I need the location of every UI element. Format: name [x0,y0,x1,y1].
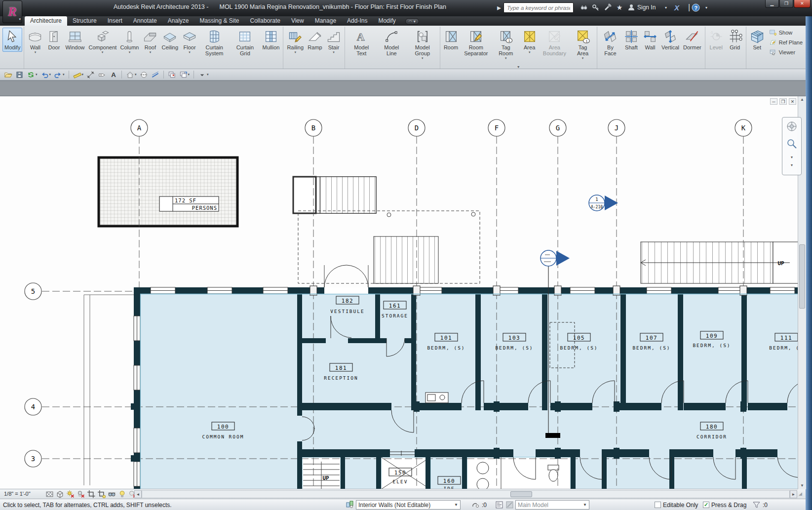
ribbon-button-room-separator[interactable]: Room Separator [461,28,492,58]
sign-in-chevron-icon[interactable]: ▾ [660,2,671,12]
application-menu-button[interactable]: R ▾ [2,0,22,23]
ribbon-button-mullion[interactable]: Mullion [261,28,282,52]
ribbon-button-room[interactable]: Room [442,28,461,52]
ribbon-button-area[interactable]: Area▾ [520,28,539,55]
qat-synchronize-button[interactable]: ▾ [26,70,39,79]
elevation-marker[interactable]: 1 A-210 [589,195,618,211]
chevron-down-icon[interactable]: ▾ [333,51,335,54]
qat-default-3d-view-button[interactable]: ▾ [125,70,138,79]
tab-collaborate[interactable]: Collaborate [245,16,286,26]
chevron-down-icon[interactable]: ▾ [49,73,51,77]
qat-measure-button[interactable]: ▾ [72,70,85,79]
ribbon-button-railing[interactable]: Railing▾ [285,28,306,55]
horizontal-scroll-thumb[interactable] [510,491,532,497]
tab-add-ins[interactable]: Add-Ins [342,16,373,26]
chevron-down-icon[interactable]: ▾ [189,51,191,54]
chevron-down-icon[interactable]: ▾ [422,57,424,60]
zoom-options-chevron-icon[interactable]: ▾ [791,155,793,159]
elevation-marker-empty[interactable] [541,250,570,266]
ribbon-button-modify[interactable]: Modify [2,28,22,52]
ribbon-button-viewer[interactable]: Viewer [768,47,804,57]
help-icon[interactable]: ? [690,2,701,12]
ribbon-button-window[interactable]: Window [63,28,86,52]
qat-section-button[interactable] [139,70,149,79]
qat-text-button[interactable]: A [108,70,118,79]
chevron-down-icon[interactable]: ▾ [529,51,531,54]
ribbon-button-set[interactable]: Set [748,28,767,52]
tab-architecture[interactable]: Architecture [25,16,67,26]
shadows-off-icon[interactable] [77,490,85,499]
minimize-button[interactable]: ▁ [765,0,779,8]
chevron-down-icon[interactable]: ▾ [102,51,104,54]
active-workset-select[interactable]: Interior Walls (Not Editable) ▼ [356,500,461,510]
qat-aligned-dimension-button[interactable] [85,70,96,79]
ribbon-button-ramp[interactable]: Ramp [306,28,324,52]
ribbon-button-floor[interactable]: Floor▾ [180,28,199,55]
floor-plan-first-floor-finish-plan[interactable]: 172 SF PERSONS [0,96,798,489]
qat-switch-windows-button[interactable]: ▾ [178,70,191,79]
panel-dropdown-icon[interactable]: ▼ [517,65,520,69]
chevron-down-icon[interactable]: ▾ [294,51,296,54]
ribbon-button-tag-area[interactable]: 1Tag Area▾ [570,28,595,61]
ribbon-button-model-group[interactable]: Model Group▾ [407,28,438,61]
worksets-icon[interactable] [346,500,354,510]
detail-level-icon[interactable] [45,490,54,499]
ribbon-button-wall-opening[interactable]: Wall [641,28,659,52]
subscription-key-icon[interactable] [590,2,601,12]
help-search[interactable] [503,2,574,13]
ribbon-button-curtain-system[interactable]: Curtain System [199,28,230,58]
scroll-up-icon[interactable]: ▲ [799,96,806,103]
active-design-option-select[interactable]: Main Model ▼ [515,500,589,510]
editing-requests[interactable]: :0 [471,499,487,510]
press-drag-checkbox[interactable]: ✓ [703,502,709,508]
ribbon-button-model-text[interactable]: AModel Text [347,28,377,58]
show-crop-region-icon[interactable] [97,490,106,499]
exchange-apps-icon[interactable]: X [671,2,682,12]
reveal-hidden-elements-icon[interactable] [118,490,127,499]
crop-view-icon[interactable] [87,490,96,499]
selection-filter[interactable]: :0 [752,499,768,510]
scroll-left-icon[interactable]: ◄ [134,490,142,498]
restore-button[interactable]: ❐ [779,0,793,8]
ribbon-button-stair[interactable]: Stair▾ [324,28,343,55]
qat-save-button[interactable] [14,70,25,79]
qat-open-button[interactable] [3,70,13,79]
canopy-roof-plan[interactable]: 172 SF PERSONS [99,157,237,226]
communication-center-icon[interactable] [602,2,613,12]
chevron-down-icon[interactable]: ▾ [207,73,209,77]
temporary-hide-isolate-icon[interactable] [108,490,116,499]
view-scale-button[interactable]: 1/8" = 1'-0" [4,491,31,497]
ribbon-display-toggle[interactable]: ◠▾ [405,18,419,25]
tab-annotate[interactable]: Annotate [128,16,162,26]
ribbon-button-dormer[interactable]: Dormer [681,28,703,52]
view-close-icon[interactable]: ✕ [789,98,796,105]
chevron-down-icon[interactable]: ▾ [135,73,137,77]
sign-in-label[interactable]: Sign In [637,4,656,11]
ribbon-button-vertical-opening[interactable]: Vertical [659,28,681,52]
qat-thin-lines-button[interactable] [150,70,160,79]
chevron-down-icon[interactable]: ▾ [505,57,507,60]
qat-undo-button[interactable]: ▾ [39,70,52,79]
ribbon-button-shaft[interactable]: Shaft [622,28,641,52]
scroll-down-icon[interactable]: ▼ [799,482,806,489]
drawing-area[interactable]: ─ ❐ ✕ ▾ ▾ [0,96,806,489]
favorites-star-icon[interactable]: ★ [614,2,625,12]
sun-path-off-icon[interactable] [66,490,75,499]
chevron-down-icon[interactable]: ▾ [582,57,584,60]
steering-wheel-icon[interactable] [786,120,798,134]
help-chevron-icon[interactable]: ▾ [701,2,712,12]
qat-customize-button[interactable]: ▾ [197,70,210,79]
ribbon-button-wall[interactable]: Wall▾ [26,28,44,55]
ribbon-button-show[interactable]: Show [768,28,804,38]
ribbon-button-by-face[interactable]: By Face [599,28,622,58]
navbar-options-chevron-icon[interactable]: ▾ [791,163,793,167]
zoom-icon[interactable] [786,138,798,152]
close-button[interactable]: ✕ [794,0,811,8]
ribbon-button-ceiling[interactable]: Ceiling [159,28,180,52]
chevron-down-icon[interactable]: ▾ [150,51,152,54]
ribbon-button-roof[interactable]: Roof▾ [141,28,159,55]
chevron-down-icon[interactable]: ▾ [36,73,38,77]
ribbon-button-grid[interactable]: Grid [726,28,744,52]
chevron-down-icon[interactable]: ▾ [35,51,37,54]
tab-manage[interactable]: Manage [309,16,342,26]
